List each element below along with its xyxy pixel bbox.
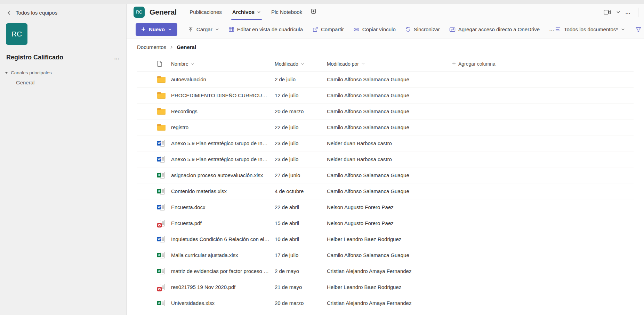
- file-modified-date: 4 de octubre: [275, 188, 327, 194]
- back-to-all-teams[interactable]: Todos los equipos: [0, 4, 126, 16]
- breadcrumb-current[interactable]: General: [177, 44, 196, 50]
- meet-button[interactable]: [604, 9, 611, 15]
- share-icon: [312, 26, 318, 32]
- chevron-down-icon: [361, 62, 365, 66]
- table-row[interactable]: W Inquietudes Condición 6 Relación con e…: [137, 231, 634, 247]
- word-icon: W: [157, 204, 166, 211]
- file-name[interactable]: matriz de evidencias por factor proceso …: [171, 268, 275, 274]
- copy-link-button[interactable]: Copiar vínculo: [353, 26, 396, 33]
- breadcrumb-documents[interactable]: Documentos: [137, 44, 166, 50]
- table-row[interactable]: X Malla curricular ajustada.xlsx 17 de j…: [137, 247, 634, 263]
- table-row[interactable]: W Encuesta.docx 22 de abril Nelson Augus…: [137, 199, 634, 215]
- file-modified-by: Camilo Alfonso Salamanca Guaque: [327, 108, 452, 114]
- command-list: Cargar Editar en vista de cuadrícula Com…: [188, 26, 555, 33]
- main-panel: RC General Publicaciones Archivos Plc No…: [127, 4, 644, 315]
- plus-icon: [141, 27, 146, 32]
- file-name[interactable]: Universidades.xlsx: [171, 300, 275, 306]
- column-header-modificado-por[interactable]: Modificado por: [327, 61, 452, 67]
- add-onedrive-shortcut-button[interactable]: Agregar acceso directo a OneDrive: [449, 26, 540, 33]
- table-row[interactable]: X asignacion proceso autoevaluación.xlsx…: [137, 167, 634, 183]
- document-icon[interactable]: [157, 60, 163, 67]
- file-modified-by: Camilo Alfonso Salamanca Guaque: [327, 188, 452, 194]
- file-modified-date: 20 de marzo: [275, 300, 327, 306]
- file-name[interactable]: PROCEDIMIENTO DISEÑO CURRICULAR PR...: [171, 92, 275, 98]
- table-row[interactable]: registro 22 de julio Camilo Alfonso Sala…: [137, 119, 634, 135]
- folder-icon: [157, 108, 166, 115]
- table-row[interactable]: PROCEDIMIENTO DISEÑO CURRICULAR PR... 12…: [137, 88, 634, 103]
- file-name[interactable]: registro: [171, 124, 275, 130]
- file-name[interactable]: Anexo 5.9 Plan estratégico Grupo de Inve…: [171, 140, 275, 146]
- add-column-button[interactable]: Agregar columna: [452, 61, 634, 67]
- file-modified-by: Cristian Alejandro Amaya Fernandez: [327, 300, 452, 306]
- file-name[interactable]: Recordings: [171, 108, 275, 114]
- filter-button[interactable]: [635, 26, 642, 33]
- share-button[interactable]: Compartir: [312, 26, 344, 32]
- meet-dropdown[interactable]: [616, 10, 620, 14]
- channel-tabs: Publicaciones Archivos Plc Notebook: [184, 4, 307, 20]
- table-row[interactable]: Recordings 20 de marzo Camilo Alfonso Sa…: [137, 103, 634, 119]
- tab-archivos[interactable]: Archivos: [227, 4, 266, 20]
- file-table: Nombre Modificado Modificado por Agregar…: [137, 56, 634, 311]
- excel-icon: X: [157, 251, 166, 259]
- channels-group-toggle[interactable]: Canales principales: [5, 70, 126, 75]
- sidebar-channel-general[interactable]: General: [16, 80, 126, 85]
- header-divider: [638, 8, 638, 17]
- file-modified-date: 22 de abril: [275, 204, 327, 210]
- file-name[interactable]: Anexo 5.9 Plan estratégico Grupo de Inve…: [171, 156, 275, 162]
- back-label: Todos los equipos: [16, 10, 57, 16]
- file-modified-date: 10 de abril: [275, 236, 327, 242]
- view-selector[interactable]: Todos los documentos*: [555, 26, 625, 32]
- file-name[interactable]: Encuesta.pdf: [171, 220, 275, 226]
- file-name[interactable]: autoevaluación: [171, 76, 275, 82]
- column-header-nombre[interactable]: Nombre: [171, 61, 275, 67]
- team-avatar[interactable]: RC: [6, 23, 27, 45]
- file-table-body: autoevaluación 2 de julio Camilo Alfonso…: [137, 72, 634, 311]
- vertical-scrollbar[interactable]: [642, 39, 644, 315]
- file-modified-by: Nelson Augusto Forero Paez: [327, 204, 452, 210]
- add-tab-button[interactable]: [309, 7, 317, 17]
- column-header-modificado[interactable]: Modificado: [275, 61, 327, 67]
- chevron-down-icon: [301, 62, 304, 66]
- table-row[interactable]: X matriz de evidencias por factor proces…: [137, 263, 634, 279]
- toolbar-more-button[interactable]: …: [549, 28, 555, 31]
- upload-button[interactable]: Cargar: [188, 26, 219, 32]
- filter-icon: [635, 26, 642, 33]
- file-name[interactable]: Inquietudes Condición 6 Relación con el …: [171, 236, 275, 242]
- table-row[interactable]: Encuesta.pdf 15 de abril Nelson Augusto …: [137, 215, 634, 231]
- table-row[interactable]: X Universidades.xlsx 20 de marzo Cristia…: [137, 295, 634, 311]
- table-row[interactable]: res021795 19 Nov 2020.pdf 21 de mayo Hel…: [137, 279, 634, 295]
- tab-plc-notebook[interactable]: Plc Notebook: [266, 4, 307, 20]
- chevron-down-icon: [5, 71, 8, 74]
- file-name[interactable]: res021795 19 Nov 2020.pdf: [171, 284, 275, 290]
- file-name[interactable]: Encuesta.docx: [171, 204, 275, 210]
- chevron-down-icon: [621, 27, 625, 31]
- file-name[interactable]: asignacion proceso autoevaluación.xlsx: [171, 172, 275, 178]
- channel-avatar: RC: [134, 7, 145, 18]
- file-name[interactable]: Malla curricular ajustada.xlsx: [171, 252, 275, 258]
- file-modified-date: 12 de julio: [275, 92, 327, 98]
- sync-button[interactable]: Sincronizar: [405, 26, 440, 32]
- channel-more-button[interactable]: …: [625, 10, 631, 14]
- file-modified-by: Neider duan Barbosa castro: [327, 140, 452, 146]
- pdf-icon: [157, 219, 166, 227]
- teams-sidebar: Todos los equipos RC Registro Calificado…: [0, 4, 127, 315]
- tab-publicaciones[interactable]: Publicaciones: [184, 4, 227, 20]
- table-row[interactable]: W Anexo 5.9 Plan estratégico Grupo de In…: [137, 151, 634, 167]
- link-icon: [353, 26, 360, 33]
- edit-grid-view-button[interactable]: Editar en vista de cuadrícula: [228, 26, 303, 32]
- plus-icon: [311, 9, 316, 14]
- file-name[interactable]: Contenido materias.xlsx: [171, 188, 275, 194]
- upload-icon: [188, 26, 194, 32]
- word-icon: W: [157, 235, 166, 243]
- chevron-down-icon: [168, 27, 172, 31]
- new-button[interactable]: Nuevo: [136, 23, 177, 36]
- folder-icon: [157, 92, 166, 99]
- table-row[interactable]: autoevaluación 2 de julio Camilo Alfonso…: [137, 72, 634, 88]
- excel-icon: X: [157, 188, 166, 195]
- file-modified-by: Camilo Alfonso Salamanca Guaque: [327, 76, 452, 82]
- table-row[interactable]: W Anexo 5.9 Plan estratégico Grupo de In…: [137, 135, 634, 151]
- team-options-button[interactable]: …: [114, 56, 120, 59]
- onedrive-shortcut-icon: [449, 26, 456, 33]
- table-row[interactable]: X Contenido materias.xlsx 4 de octubre C…: [137, 183, 634, 199]
- file-modified-date: 23 de julio: [275, 156, 327, 162]
